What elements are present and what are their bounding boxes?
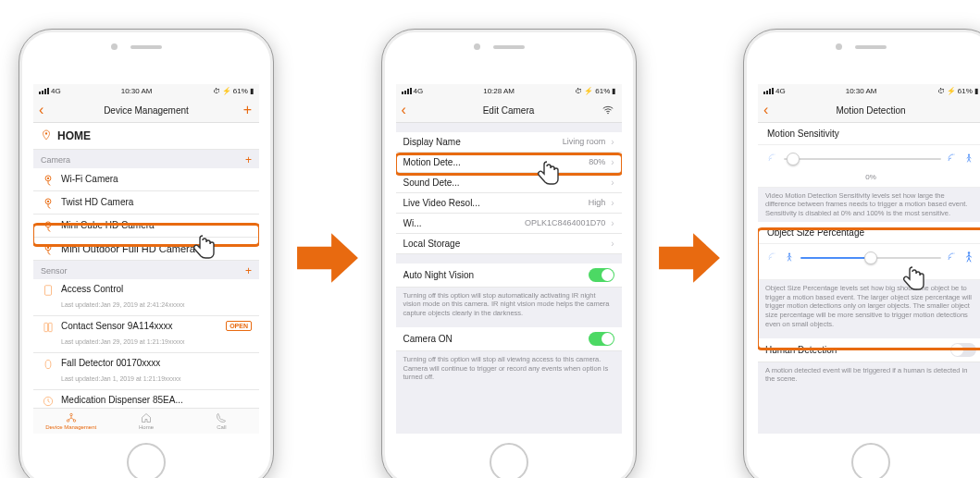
row-motion-detection[interactable]: Motion Dete... 80% › [396, 153, 622, 173]
camera-row[interactable]: Wi-Fi Camera [33, 168, 259, 191]
waves-low-icon [767, 250, 778, 266]
camera-icon [41, 219, 56, 232]
sensor-section-add[interactable]: + [245, 264, 252, 277]
status-bar: 4G 10:30 AM ⏱⚡ 61% ▮ [758, 84, 980, 99]
camera-row[interactable]: Twist HD Camera [33, 191, 259, 214]
row-auto-night-vision[interactable]: Auto Night Vision [396, 264, 622, 288]
row-video-resolution[interactable]: Live Video Resol... High › [396, 193, 622, 214]
flow-arrow-icon [652, 226, 726, 290]
slider-value: 0% [767, 173, 974, 181]
person-large-icon [963, 250, 974, 266]
tab-call[interactable]: Call [184, 409, 259, 434]
phone-motion-detection: 4G 10:30 AM ⏱⚡ 61% ▮ ‹ Motion Detection … [743, 29, 980, 479]
camera-row[interactable]: Mini Cube HD Camera [33, 214, 259, 238]
object-size-slider[interactable] [758, 244, 980, 280]
flow-arrow-icon [291, 226, 365, 290]
battery-pct: ⚡ 61% ▮ [222, 87, 254, 95]
motion-sensitivity-slider[interactable]: 0% [758, 145, 980, 188]
note-sensitivity: Video Motion Detection Sensitivity level… [758, 188, 980, 222]
tab-bar: Device Management Home Call [33, 408, 259, 434]
camera-section-add[interactable]: + [245, 153, 252, 166]
navbar: ‹ Device Management + [33, 99, 259, 123]
back-button[interactable]: ‹ [39, 99, 43, 122]
signal-icon [39, 88, 49, 95]
sensor-icon [41, 358, 56, 371]
open-badge: OPEN [226, 321, 252, 331]
home-button[interactable] [851, 443, 890, 479]
chevron-right-icon: › [611, 218, 614, 228]
sensor-row[interactable]: Medication Dispenser 85EA... Last update… [33, 390, 259, 408]
tab-home[interactable]: Home [108, 409, 183, 434]
home-label: HOME [57, 129, 252, 142]
toggle-camera-on[interactable] [589, 332, 614, 346]
toggle-human-detection[interactable] [950, 343, 976, 357]
home-button[interactable] [490, 443, 528, 479]
wifi-icon [602, 99, 614, 122]
phone-edit-camera: 4G 10:28 AM ⏱⚡ 61% ▮ ‹ Edit Camera Displ… [381, 29, 637, 479]
person-small-icon [784, 250, 795, 266]
chevron-right-icon: › [611, 239, 614, 249]
status-bar: 4G 10:28 AM ⏱⚡ 61% ▮ [396, 84, 622, 99]
camera-section-header: Camera + [33, 150, 259, 168]
camera-row-selected[interactable]: Mini Outdoor Full HD Camera [33, 238, 259, 261]
chevron-right-icon: › [611, 137, 614, 147]
status-bar: 4G 10:30 AM ⏱ ⚡ 61% ▮ [33, 84, 259, 99]
sensor-row[interactable]: Fall Detector 00170xxxx Last updated:Jan… [33, 353, 259, 390]
camera-icon [41, 242, 56, 255]
svg-rect-7 [45, 285, 52, 295]
waves-low-icon [767, 151, 778, 167]
clock: 10:30 AM [846, 87, 877, 95]
svg-rect-9 [49, 323, 53, 331]
add-button[interactable]: + [243, 99, 252, 122]
device-list[interactable]: HOME Camera + Wi-Fi Camera Twist HD Came… [33, 123, 259, 408]
navbar: ‹ Edit Camera [396, 99, 622, 123]
svg-point-14 [607, 113, 609, 115]
sensor-row[interactable]: Access Control Last updated:Jan 29, 2019… [33, 279, 259, 316]
navbar-title: Device Management [104, 105, 189, 116]
sensor-icon [41, 284, 56, 297]
object-size-header: Object Size Percentage [758, 222, 980, 244]
toggle-auto-night-vision[interactable] [589, 268, 614, 282]
signal-icon [763, 88, 774, 95]
row-display-name[interactable]: Display Name Living room › [396, 132, 622, 153]
carrier-label: 4G [51, 87, 61, 95]
home-button[interactable] [127, 443, 166, 479]
phone-device-management: 4G 10:30 AM ⏱ ⚡ 61% ▮ ‹ Device Managemen… [19, 29, 274, 479]
battery-alarm-icon: ⏱ [213, 87, 220, 95]
waves-high-icon [947, 250, 958, 266]
home-pin-icon [41, 128, 52, 144]
slider-knob[interactable] [787, 153, 800, 165]
row-local-storage[interactable]: Local Storage › [396, 234, 622, 254]
back-button[interactable]: ‹ [402, 99, 406, 122]
row-sound-detection[interactable]: Sound Dete... › [396, 173, 622, 193]
sensor-icon [41, 395, 56, 408]
motion-sensitivity-header: Motion Sensitivity [758, 123, 980, 145]
note-object-size: Object Size Percentage levels set how bi… [758, 280, 980, 333]
signal-icon [402, 88, 412, 95]
camera-icon [41, 173, 56, 186]
note-night-vision: Turning off this option will stop automa… [396, 288, 622, 322]
tab-device-management[interactable]: Device Management [33, 409, 108, 434]
sensor-section-header: Sensor + [33, 261, 259, 279]
waves-high-icon [947, 151, 958, 167]
sensor-icon [41, 321, 56, 334]
clock: 10:30 AM [121, 87, 153, 95]
chevron-right-icon: › [611, 157, 614, 167]
camera-icon [41, 196, 56, 209]
home-row[interactable]: HOME [33, 123, 259, 150]
clock: 10:28 AM [483, 87, 515, 95]
chevron-right-icon: › [611, 198, 614, 208]
note-human-detection: A motion detected event will be triggere… [758, 362, 980, 388]
person-icon [963, 151, 974, 167]
sensor-row[interactable]: Contact Sensor 9A114xxxx Last updated:Ja… [33, 316, 259, 353]
slider-knob[interactable] [864, 251, 877, 264]
note-camera-on: Turning off this option will stop all vi… [396, 351, 622, 386]
back-button[interactable]: ‹ [763, 99, 768, 122]
chevron-right-icon: › [611, 178, 614, 188]
row-wifi[interactable]: Wi... OPLK1C8464001D70 › [396, 214, 622, 234]
svg-point-10 [45, 360, 51, 368]
row-camera-on[interactable]: Camera ON [396, 327, 622, 351]
navbar: ‹ Motion Detection [758, 99, 980, 123]
row-human-detection[interactable]: Human Detection [758, 338, 980, 362]
svg-rect-8 [44, 323, 48, 331]
